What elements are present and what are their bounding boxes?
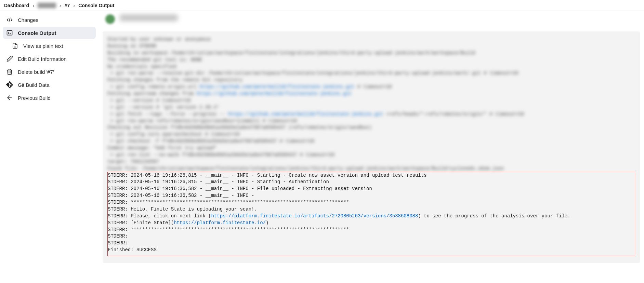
chevron-right-icon: ›: [73, 2, 75, 8]
log-line: STDERR: ********************************…: [108, 200, 349, 205]
sidebar-item-edit-build-info[interactable]: Edit Build Information: [3, 53, 96, 65]
console-output: Started by user unknown or anonymous Run…: [103, 31, 640, 263]
log-line: STDERR:: [108, 233, 128, 239]
sidebar-item-console-output[interactable]: Console Output: [3, 27, 96, 39]
artifact-link[interactable]: https://platform.finitestate.io/artifact…: [211, 213, 418, 219]
main-content: Started by user unknown or anonymous Run…: [98, 11, 644, 277]
chevron-right-icon: ›: [60, 2, 61, 8]
sidebar-item-previous-build[interactable]: Previous Build: [3, 92, 96, 104]
platform-link[interactable]: https://platform.finitestate.io/: [174, 220, 266, 226]
breadcrumb: Dashboard › █████ › #7 › Console Output: [4, 2, 114, 8]
console-log-highlighted: STDERR: 2024-05-16 19:16:26,815 - __main…: [107, 172, 635, 256]
git-icon: [6, 81, 13, 88]
log-line-suffix: ) to see the progress of the analysis ov…: [418, 213, 570, 219]
document-icon: [12, 42, 18, 49]
svg-line-0: [9, 18, 10, 22]
breadcrumb-dashboard[interactable]: Dashboard: [4, 3, 29, 8]
build-header: [103, 14, 640, 31]
sidebar: Changes Console Output View as plain tex…: [0, 11, 98, 107]
log-line: STDERR:: [108, 240, 128, 246]
sidebar-item-changes[interactable]: Changes: [3, 14, 96, 26]
build-title-redacted: [120, 14, 178, 21]
console-log-redacted: Started by user unknown or anonymous Run…: [107, 36, 635, 172]
sidebar-item-view-plain-text[interactable]: View as plain text: [3, 40, 96, 52]
code-icon: [6, 16, 13, 23]
sidebar-item-label: Git Build Data: [18, 82, 50, 88]
build-status-icon: [105, 14, 115, 24]
log-line: STDERR: 2024-05-16 19:16:26,815 - __main…: [108, 179, 329, 185]
sidebar-item-delete-build[interactable]: Delete build '#7': [3, 66, 96, 78]
log-line: STDERR: 2024-05-16 19:16:36,582 - __main…: [108, 193, 254, 198]
sidebar-item-label: Console Output: [18, 30, 56, 36]
sidebar-item-git-build-data[interactable]: Git Build Data: [3, 79, 96, 91]
sidebar-item-label: Edit Build Information: [18, 56, 67, 62]
svg-rect-1: [7, 30, 12, 35]
sidebar-item-label: View as plain text: [23, 43, 63, 49]
log-line: STDERR: 2024-05-16 19:16:26,815 - __main…: [108, 173, 427, 178]
breadcrumb-project[interactable]: █████: [38, 3, 56, 8]
breadcrumb-console[interactable]: Console Output: [78, 3, 114, 8]
log-line: STDERR: ********************************…: [108, 227, 349, 232]
pencil-icon: [6, 55, 13, 62]
arrow-left-icon: [6, 94, 13, 101]
log-line: STDERR: Hello, Finite State is uploading…: [108, 206, 257, 212]
log-line-prefix: STDERR: [Finite State](: [108, 220, 174, 226]
breadcrumb-build[interactable]: #7: [65, 3, 70, 8]
log-line-suffix: ): [266, 220, 268, 226]
trash-icon: [6, 68, 13, 75]
log-line-finished: Finished: SUCCESS: [108, 247, 157, 253]
breadcrumb-bar: Dashboard › █████ › #7 › Console Output: [0, 0, 644, 11]
chevron-right-icon: ›: [32, 2, 34, 8]
terminal-icon: [6, 29, 13, 36]
sidebar-item-label: Changes: [18, 17, 38, 23]
sidebar-item-label: Delete build '#7': [18, 69, 54, 75]
log-line-prefix: STDERR: Please, click on next link (: [108, 213, 211, 219]
log-line: STDERR: 2024-05-16 19:16:36,582 - __main…: [108, 186, 372, 191]
sidebar-item-label: Previous Build: [18, 95, 51, 101]
